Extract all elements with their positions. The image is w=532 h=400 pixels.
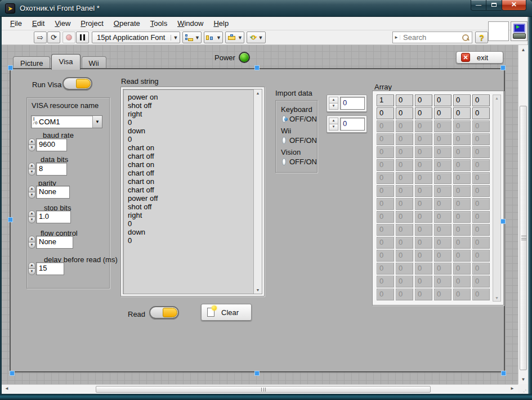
- horizontal-scrollbar[interactable]: ◄ ►: [2, 384, 518, 394]
- abort-button[interactable]: [62, 32, 75, 43]
- array-cell[interactable]: 0: [415, 95, 432, 106]
- vertical-scrollbar-thumb[interactable]: [520, 106, 527, 370]
- array-cell[interactable]: 1: [377, 95, 394, 106]
- selection-handle[interactable]: [500, 219, 506, 224]
- scroll-up-icon[interactable]: ▲: [518, 47, 528, 52]
- tab-visa[interactable]: Visa: [51, 54, 80, 70]
- array-cell[interactable]: 0: [472, 95, 490, 106]
- spinner-icon[interactable]: ▲▼: [28, 163, 35, 176]
- scroll-up-icon[interactable]: ▲: [493, 96, 500, 100]
- flow-control-control[interactable]: ▲▼None: [28, 236, 73, 249]
- font-selector[interactable]: 15pt Application Font ▼: [92, 32, 180, 43]
- scroll-right-icon[interactable]: ►: [510, 386, 515, 391]
- read-toggle[interactable]: [149, 306, 179, 319]
- array-cell[interactable]: 0: [453, 95, 471, 106]
- spinner-icon[interactable]: ▲▼: [28, 138, 35, 151]
- selection-handle[interactable]: [501, 371, 506, 376]
- resize-objects-button[interactable]: ▼: [225, 32, 244, 43]
- vertical-scrollbar[interactable]: ▲ ▼: [518, 45, 528, 384]
- selection-handle[interactable]: [254, 65, 260, 70]
- radio-icon[interactable]: [282, 137, 286, 144]
- help-button[interactable]: ?: [475, 32, 488, 43]
- selection-handle[interactable]: [254, 371, 260, 376]
- scroll-down-icon[interactable]: ▼: [254, 288, 262, 292]
- array-cell: 0: [472, 133, 490, 145]
- selection-handle[interactable]: [10, 371, 15, 376]
- array-cell[interactable]: 0: [377, 107, 394, 119]
- menu-item-window[interactable]: Window: [172, 17, 208, 29]
- maximize-button[interactable]: [486, 0, 502, 11]
- stop-bits-control[interactable]: ▲▼1.0: [28, 210, 71, 223]
- reorder-objects-button[interactable]: ⟲ ⟳ ▼: [247, 32, 266, 43]
- distribute-objects-button[interactable]: ▼: [204, 32, 223, 43]
- scroll-down-icon[interactable]: ▼: [493, 296, 500, 300]
- menu-item-tools[interactable]: Tools: [145, 17, 172, 29]
- array-label: Array: [374, 83, 392, 91]
- run-visa-toggle[interactable]: [62, 77, 92, 90]
- array-cell[interactable]: 0: [453, 107, 471, 119]
- menu-item-file[interactable]: File: [5, 17, 27, 29]
- spinner-icon[interactable]: ▲▼: [329, 97, 338, 110]
- index-control-2[interactable]: ▲▼ 0: [327, 115, 367, 133]
- spinner-icon[interactable]: ▲▼: [28, 236, 35, 249]
- search-icon: [462, 34, 470, 42]
- selection-handle[interactable]: [8, 65, 13, 70]
- scroll-up-icon[interactable]: ▲: [254, 91, 262, 95]
- close-button[interactable]: ✕: [502, 0, 526, 11]
- menu-item-operate[interactable]: Operate: [109, 17, 145, 29]
- spinner-icon[interactable]: ▲▼: [28, 186, 35, 199]
- menu-item-view[interactable]: View: [50, 17, 75, 29]
- exit-button[interactable]: ✕ exit: [456, 51, 503, 64]
- read-string-listbox[interactable]: power onshot offright0down0chart onchart…: [120, 87, 265, 296]
- spinner-icon[interactable]: ▲▼: [28, 262, 35, 275]
- resize-grip[interactable]: [518, 384, 528, 394]
- read-string-scrollbar[interactable]: ▲ ▼: [253, 89, 262, 294]
- spinner-icon[interactable]: ▲▼: [329, 118, 338, 131]
- search-box[interactable]: ► Search: [392, 32, 472, 43]
- menu-item-edit[interactable]: Edit: [27, 17, 50, 29]
- clear-button[interactable]: Clear: [201, 304, 252, 321]
- index-value-2[interactable]: 0: [340, 118, 365, 131]
- baud-rate-control[interactable]: ▲▼9600: [28, 138, 67, 151]
- scroll-left-icon[interactable]: ◄: [5, 386, 9, 391]
- run-continuously-button[interactable]: ⟳: [47, 32, 60, 43]
- delay-before-read-ms--control[interactable]: ▲▼15: [28, 262, 64, 275]
- array-cell[interactable]: 0: [415, 107, 432, 119]
- parity-control[interactable]: ▲▼None: [28, 186, 70, 199]
- menu-item-project[interactable]: Project: [75, 17, 108, 29]
- array-cell[interactable]: 0: [434, 95, 451, 106]
- tab-strip: PictureVisaWii: [13, 54, 108, 70]
- array-scrollbar[interactable]: ▲ ▼: [493, 95, 501, 302]
- vi-run-state-icon[interactable]: [511, 21, 527, 41]
- menu-item-help[interactable]: Help: [208, 17, 234, 29]
- data-bits-control[interactable]: ▲▼8: [28, 163, 67, 176]
- import-option-vision-radio[interactable]: OFF/ON: [282, 158, 317, 166]
- array-cell[interactable]: 0: [472, 107, 490, 119]
- array-cell: 0: [415, 224, 432, 236]
- selection-handle[interactable]: [500, 65, 506, 70]
- spinner-icon[interactable]: ▲▼: [28, 210, 35, 223]
- index-control-1[interactable]: ▲▼ 0: [327, 95, 367, 112]
- scroll-down-icon[interactable]: ▼: [518, 377, 528, 382]
- import-option-keyboard-radio[interactable]: OFF/ON: [282, 115, 317, 123]
- align-objects-button[interactable]: ▼: [182, 32, 202, 43]
- array-cell: 0: [434, 159, 451, 171]
- import-option-keyboard-label: Keyboard: [281, 105, 317, 114]
- combo-dropdown-button[interactable]: ▼: [92, 116, 102, 128]
- minimize-button[interactable]: —: [471, 0, 486, 11]
- import-option-wii-radio[interactable]: OFF/ON: [282, 136, 317, 145]
- search-input[interactable]: Search: [400, 33, 462, 42]
- radio-icon[interactable]: [282, 115, 286, 123]
- power-led[interactable]: [239, 52, 250, 63]
- run-button[interactable]: ⇨: [34, 32, 47, 43]
- array-cell[interactable]: 0: [396, 107, 413, 119]
- visa-resource-combo[interactable]: I⁄O COM1 ▼: [31, 115, 102, 128]
- array-cell[interactable]: 0: [396, 95, 413, 106]
- selection-handle[interactable]: [8, 217, 13, 222]
- radio-icon[interactable]: [282, 158, 286, 165]
- index-value-1[interactable]: 0: [340, 97, 365, 110]
- pause-button[interactable]: [76, 32, 89, 43]
- array-cell: 0: [434, 120, 451, 132]
- horizontal-scrollbar-thumb[interactable]: [96, 386, 431, 393]
- array-cell[interactable]: 0: [434, 107, 451, 119]
